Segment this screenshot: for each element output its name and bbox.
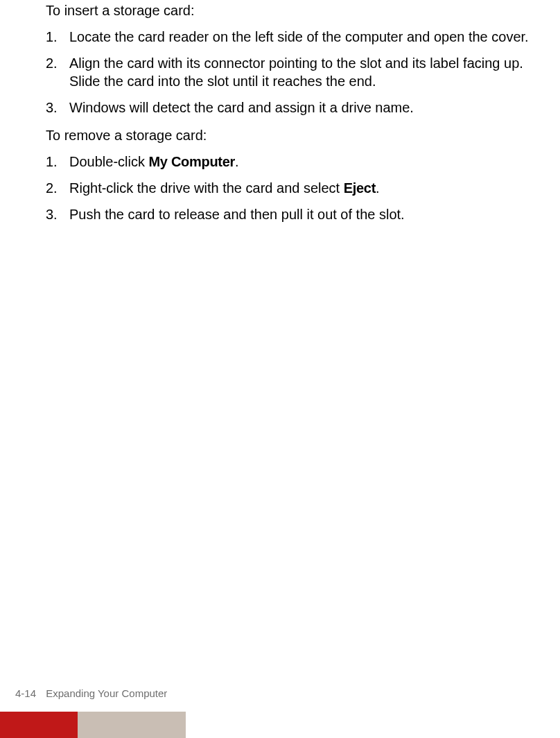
footer-bars [0, 712, 560, 738]
remove-step-2-post: . [376, 180, 380, 196]
list-number: 3. [46, 98, 58, 117]
my-computer-label: My Computer [148, 154, 234, 169]
list-number: 2. [46, 54, 58, 72]
footer-bar-white [186, 712, 560, 738]
footer-text: 4-14 Expanding Your Computer [15, 687, 167, 699]
remove-step-1-pre: Double-click [69, 154, 148, 169]
insert-step-2: 2. Align the card with its connector poi… [46, 54, 553, 90]
remove-intro: To remove a storage card: [46, 126, 553, 144]
remove-step-3-text: Push the card to release and then pull i… [69, 207, 405, 222]
list-number: 1. [46, 28, 58, 46]
remove-step-3: 3. Push the card to release and then pul… [46, 205, 553, 223]
page-content: To insert a storage card: 1. Locate the … [0, 1, 560, 223]
footer-bar-red [0, 712, 78, 738]
remove-step-2-pre: Right-click the drive with the card and … [69, 180, 344, 196]
insert-step-2-text: Align the card with its connector pointi… [69, 55, 523, 89]
eject-label: Eject [344, 180, 376, 196]
remove-step-1-post: . [235, 154, 239, 169]
insert-step-3: 3. Windows will detect the card and assi… [46, 98, 553, 117]
remove-steps-list: 1. Double-click My Computer. 2. Right-cl… [46, 153, 553, 223]
footer-bar-gray [78, 712, 186, 738]
list-number: 1. [46, 153, 58, 171]
insert-step-3-text: Windows will detect the card and assign … [69, 100, 414, 115]
insert-steps-list: 1. Locate the card reader on the left si… [46, 28, 553, 117]
list-number: 2. [46, 179, 58, 197]
insert-step-1-text: Locate the card reader on the left side … [69, 29, 529, 44]
list-number: 3. [46, 205, 58, 223]
section-title: Expanding Your Computer [46, 687, 167, 699]
page-number: 4-14 [15, 687, 36, 699]
remove-step-2: 2. Right-click the drive with the card a… [46, 179, 553, 197]
remove-step-1: 1. Double-click My Computer. [46, 153, 553, 171]
insert-intro: To insert a storage card: [46, 1, 553, 19]
insert-step-1: 1. Locate the card reader on the left si… [46, 28, 553, 46]
